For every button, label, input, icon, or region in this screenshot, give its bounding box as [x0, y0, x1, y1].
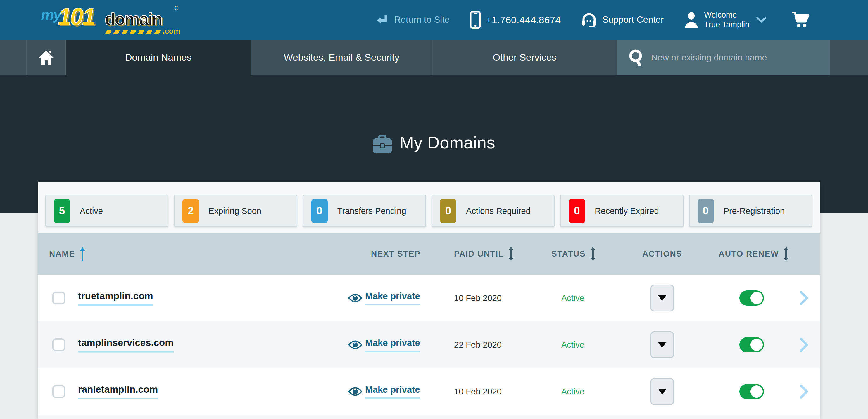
welcome-line1: Welcome [704, 10, 749, 20]
actions-dropdown-button[interactable] [650, 331, 674, 358]
sort-icon [590, 247, 595, 261]
domains-card: 5 Active 2 Expiring Soon 0 Transfers Pen… [38, 182, 820, 419]
table-row-partial [38, 415, 820, 419]
return-to-site-link[interactable]: Return to Site [376, 14, 450, 26]
phone-icon [470, 11, 480, 29]
row-expand-chevron[interactable] [800, 338, 808, 352]
row-checkbox[interactable] [52, 292, 65, 304]
prereg-count-badge: 0 [698, 199, 714, 223]
tab-other-services[interactable]: Other Services [433, 40, 617, 75]
row-checkbox[interactable] [52, 385, 65, 398]
account-menu[interactable]: Welcome True Tamplin [684, 10, 766, 30]
paid-until-value: 10 Feb 2020 [454, 387, 502, 396]
table-row: truetamplin.com Make private 10 Feb 2020… [38, 275, 820, 321]
row-expand-chevron[interactable] [800, 291, 808, 305]
logo-hazard-stripes [105, 30, 162, 34]
domain-name-link[interactable]: truetamplin.com [78, 290, 153, 306]
make-private-link[interactable]: Make private [365, 338, 420, 352]
brand-logo[interactable]: my 101 domain ® .com [41, 5, 178, 35]
topbar: my 101 domain ® .com Return to Site [0, 0, 868, 40]
actions-dropdown-button[interactable] [650, 378, 674, 405]
support-center-link[interactable]: Support Center [581, 12, 664, 28]
col-header-actions: ACTIONS [642, 249, 682, 259]
topbar-links: Return to Site +1.760.444.8674 [376, 10, 809, 30]
tab-domain-names-label: Domain Names [125, 52, 191, 63]
col-status-label: STATUS [551, 249, 586, 259]
expired-count-badge: 0 [569, 199, 585, 223]
phone-number: +1.760.444.8674 [486, 14, 561, 26]
table-row: tamplinservices.com Make private 22 Feb … [38, 321, 820, 368]
make-private-link[interactable]: Make private [365, 291, 420, 305]
paid-until-value: 10 Feb 2020 [454, 293, 502, 303]
nav-home-button[interactable] [27, 40, 66, 75]
actions-count-badge: 0 [440, 199, 456, 223]
tab-websites-email-security[interactable]: Websites, Email & Security [251, 40, 433, 75]
user-icon [684, 12, 699, 28]
domain-name-link[interactable]: ranietamplin.com [78, 384, 158, 399]
sort-icon [508, 247, 514, 261]
col-header-name[interactable]: NAME [49, 247, 85, 261]
summary-actions-required[interactable]: 0 Actions Required [432, 195, 555, 227]
status-value: Active [561, 293, 584, 303]
col-header-next-step: NEXT STEP [371, 249, 421, 259]
return-arrow-icon [376, 14, 389, 26]
summary-recently-expired[interactable]: 0 Recently Expired [560, 195, 683, 227]
eye-icon [348, 387, 362, 396]
page-title: My Domains [400, 133, 495, 152]
status-value: Active [561, 340, 584, 350]
sort-icon [783, 247, 789, 261]
welcome-text: Welcome True Tamplin [704, 10, 749, 30]
auto-renew-toggle[interactable] [739, 384, 764, 399]
status-summary: 5 Active 2 Expiring Soon 0 Transfers Pen… [38, 182, 820, 233]
tab-websites-label: Websites, Email & Security [284, 52, 400, 63]
domain-name-link[interactable]: tamplinservices.com [78, 337, 174, 353]
make-private-link[interactable]: Make private [365, 385, 420, 398]
logo-101: 101 [58, 3, 94, 30]
expiring-label: Expiring Soon [209, 206, 261, 216]
tab-domain-names[interactable]: Domain Names [66, 40, 251, 75]
nav-fill [830, 40, 868, 75]
nav-spacer [0, 40, 27, 75]
col-header-status[interactable]: STATUS [551, 247, 595, 261]
headset-icon [581, 12, 597, 28]
toggle-knob [750, 339, 763, 351]
table-row: ranietamplin.com Make private 10 Feb 202… [38, 368, 820, 415]
table-header: NAME NEXT STEP PAID UNTIL ST [38, 233, 820, 275]
chevron-down-icon [756, 17, 766, 23]
row-expand-chevron[interactable] [800, 385, 808, 398]
domain-search-box[interactable] [617, 40, 830, 75]
paid-until-value: 22 Feb 2020 [454, 340, 502, 350]
cart-button[interactable] [792, 12, 809, 28]
support-center-label: Support Center [602, 14, 664, 25]
transfers-label: Transfers Pending [337, 206, 406, 216]
expiring-count-badge: 2 [182, 199, 199, 223]
transfers-count-badge: 0 [311, 199, 328, 223]
toggle-knob [750, 385, 763, 398]
domain-search-input[interactable] [651, 53, 827, 63]
col-actions-label: ACTIONS [642, 249, 682, 259]
screen: my 101 domain ® .com Return to Site [0, 0, 868, 419]
eye-icon [348, 340, 362, 350]
summary-active[interactable]: 5 Active [45, 195, 168, 227]
col-paid-until-label: PAID UNTIL [454, 249, 504, 259]
summary-pre-registration[interactable]: 0 Pre-Registration [689, 195, 812, 227]
sort-asc-icon [80, 247, 85, 261]
row-checkbox[interactable] [52, 339, 65, 351]
briefcase-icon [373, 135, 392, 153]
summary-transfers-pending[interactable]: 0 Transfers Pending [303, 195, 426, 227]
phone-contact[interactable]: +1.760.444.8674 [470, 11, 561, 29]
caret-down-icon [658, 389, 666, 394]
caret-down-icon [658, 342, 666, 348]
col-auto-renew-label: AUTO RENEW [719, 249, 779, 259]
logo-domain: domain [105, 9, 162, 29]
col-header-auto-renew[interactable]: AUTO RENEW [719, 247, 789, 261]
tab-other-services-label: Other Services [493, 52, 556, 63]
actions-dropdown-button[interactable] [650, 285, 674, 312]
auto-renew-toggle[interactable] [739, 290, 764, 305]
summary-expiring-soon[interactable]: 2 Expiring Soon [174, 195, 297, 227]
expired-label: Recently Expired [595, 206, 659, 216]
auto-renew-toggle[interactable] [739, 337, 764, 352]
col-header-paid-until[interactable]: PAID UNTIL [454, 247, 514, 261]
active-label: Active [80, 206, 103, 216]
welcome-line2: True Tamplin [704, 20, 749, 30]
